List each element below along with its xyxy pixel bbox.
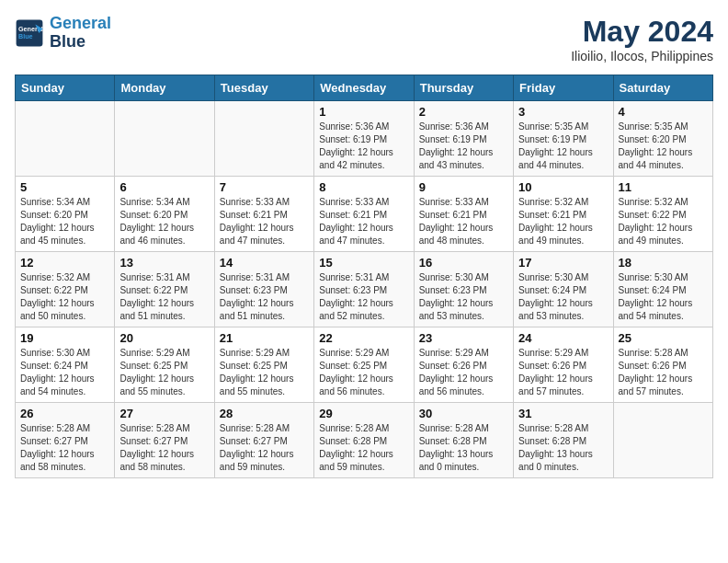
day-info: Sunrise: 5:30 AM Sunset: 6:24 PM Dayligh… bbox=[518, 271, 608, 323]
weekday-header: Monday bbox=[115, 75, 214, 101]
calendar-day-cell bbox=[214, 101, 313, 177]
day-info: Sunrise: 5:35 AM Sunset: 6:20 PM Dayligh… bbox=[619, 121, 708, 172]
day-number: 2 bbox=[419, 105, 508, 119]
calendar-week-row: 19Sunrise: 5:30 AM Sunset: 6:24 PM Dayli… bbox=[16, 327, 713, 403]
weekday-header: Wednesday bbox=[314, 75, 414, 101]
day-info: Sunrise: 5:28 AM Sunset: 6:28 PM Dayligh… bbox=[518, 422, 608, 474]
day-number: 30 bbox=[419, 407, 508, 420]
calendar-day-cell: 15Sunrise: 5:31 AM Sunset: 6:23 PM Dayli… bbox=[314, 252, 414, 327]
day-number: 3 bbox=[518, 105, 608, 119]
calendar-table: SundayMondayTuesdayWednesdayThursdayFrid… bbox=[15, 75, 713, 478]
day-number: 26 bbox=[20, 407, 109, 420]
day-info: Sunrise: 5:31 AM Sunset: 6:22 PM Dayligh… bbox=[119, 271, 209, 323]
day-number: 20 bbox=[119, 331, 209, 345]
day-info: Sunrise: 5:30 AM Sunset: 6:23 PM Dayligh… bbox=[419, 271, 508, 323]
day-info: Sunrise: 5:28 AM Sunset: 6:26 PM Dayligh… bbox=[619, 347, 708, 398]
calendar-day-cell: 19Sunrise: 5:30 AM Sunset: 6:24 PM Dayli… bbox=[16, 327, 115, 403]
day-info: Sunrise: 5:31 AM Sunset: 6:23 PM Dayligh… bbox=[319, 271, 408, 323]
calendar-day-cell: 17Sunrise: 5:30 AM Sunset: 6:24 PM Dayli… bbox=[514, 252, 613, 327]
day-info: Sunrise: 5:35 AM Sunset: 6:19 PM Dayligh… bbox=[518, 121, 608, 172]
day-number: 7 bbox=[220, 180, 309, 194]
day-number: 9 bbox=[419, 180, 508, 194]
calendar-day-cell: 1Sunrise: 5:36 AM Sunset: 6:19 PM Daylig… bbox=[314, 101, 414, 177]
day-info: Sunrise: 5:36 AM Sunset: 6:19 PM Dayligh… bbox=[419, 121, 508, 172]
calendar-body: 1Sunrise: 5:36 AM Sunset: 6:19 PM Daylig… bbox=[16, 101, 713, 478]
calendar-day-cell: 2Sunrise: 5:36 AM Sunset: 6:19 PM Daylig… bbox=[414, 101, 513, 177]
day-info: Sunrise: 5:28 AM Sunset: 6:27 PM Dayligh… bbox=[220, 422, 309, 474]
day-info: Sunrise: 5:29 AM Sunset: 6:26 PM Dayligh… bbox=[419, 347, 508, 398]
weekday-header: Thursday bbox=[414, 75, 513, 101]
calendar-day-cell: 6Sunrise: 5:34 AM Sunset: 6:20 PM Daylig… bbox=[115, 177, 214, 252]
day-info: Sunrise: 5:32 AM Sunset: 6:22 PM Dayligh… bbox=[20, 271, 109, 323]
logo: General Blue GeneralBlue bbox=[15, 15, 111, 52]
calendar-title: May 2024 bbox=[571, 15, 713, 49]
calendar-day-cell: 23Sunrise: 5:29 AM Sunset: 6:26 PM Dayli… bbox=[414, 327, 513, 403]
day-info: Sunrise: 5:30 AM Sunset: 6:24 PM Dayligh… bbox=[20, 347, 109, 398]
day-info: Sunrise: 5:29 AM Sunset: 6:25 PM Dayligh… bbox=[220, 347, 309, 398]
calendar-day-cell: 4Sunrise: 5:35 AM Sunset: 6:20 PM Daylig… bbox=[613, 101, 712, 177]
weekday-header: Tuesday bbox=[214, 75, 313, 101]
day-number: 12 bbox=[20, 256, 109, 270]
day-number: 17 bbox=[518, 256, 608, 270]
page-header: General Blue GeneralBlue May 2024 Ilioil… bbox=[15, 15, 713, 63]
weekday-row: SundayMondayTuesdayWednesdayThursdayFrid… bbox=[16, 75, 713, 101]
logo-text: GeneralBlue bbox=[50, 15, 111, 52]
calendar-day-cell: 25Sunrise: 5:28 AM Sunset: 6:26 PM Dayli… bbox=[613, 327, 712, 403]
day-info: Sunrise: 5:28 AM Sunset: 6:27 PM Dayligh… bbox=[119, 422, 209, 474]
calendar-day-cell: 5Sunrise: 5:34 AM Sunset: 6:20 PM Daylig… bbox=[16, 177, 115, 252]
day-info: Sunrise: 5:34 AM Sunset: 6:20 PM Dayligh… bbox=[119, 196, 209, 247]
weekday-header: Saturday bbox=[613, 75, 712, 101]
day-number: 23 bbox=[419, 331, 508, 345]
calendar-day-cell bbox=[613, 403, 712, 478]
day-info: Sunrise: 5:29 AM Sunset: 6:25 PM Dayligh… bbox=[319, 347, 408, 398]
day-number: 16 bbox=[419, 256, 508, 270]
day-info: Sunrise: 5:28 AM Sunset: 6:28 PM Dayligh… bbox=[419, 422, 508, 474]
logo-icon: General Blue bbox=[15, 18, 44, 48]
day-number: 1 bbox=[319, 105, 408, 119]
day-number: 25 bbox=[619, 331, 708, 345]
day-info: Sunrise: 5:33 AM Sunset: 6:21 PM Dayligh… bbox=[319, 196, 408, 247]
calendar-day-cell: 9Sunrise: 5:33 AM Sunset: 6:21 PM Daylig… bbox=[414, 177, 513, 252]
day-number: 5 bbox=[20, 180, 109, 194]
calendar-day-cell: 31Sunrise: 5:28 AM Sunset: 6:28 PM Dayli… bbox=[514, 403, 613, 478]
day-number: 18 bbox=[619, 256, 708, 270]
title-block: May 2024 Ilioilio, Ilocos, Philippines bbox=[571, 15, 713, 63]
calendar-day-cell: 29Sunrise: 5:28 AM Sunset: 6:28 PM Dayli… bbox=[314, 403, 414, 478]
day-number: 28 bbox=[220, 407, 309, 420]
calendar-day-cell: 8Sunrise: 5:33 AM Sunset: 6:21 PM Daylig… bbox=[314, 177, 414, 252]
calendar-week-row: 5Sunrise: 5:34 AM Sunset: 6:20 PM Daylig… bbox=[16, 177, 713, 252]
day-info: Sunrise: 5:36 AM Sunset: 6:19 PM Dayligh… bbox=[319, 121, 408, 172]
calendar-subtitle: Ilioilio, Ilocos, Philippines bbox=[571, 49, 713, 63]
day-info: Sunrise: 5:32 AM Sunset: 6:21 PM Dayligh… bbox=[518, 196, 608, 247]
day-number: 15 bbox=[319, 256, 408, 270]
day-info: Sunrise: 5:28 AM Sunset: 6:27 PM Dayligh… bbox=[20, 422, 109, 474]
calendar-day-cell bbox=[115, 101, 214, 177]
calendar-day-cell bbox=[16, 101, 115, 177]
day-info: Sunrise: 5:29 AM Sunset: 6:26 PM Dayligh… bbox=[518, 347, 608, 398]
weekday-header: Sunday bbox=[16, 75, 115, 101]
day-number: 21 bbox=[220, 331, 309, 345]
day-info: Sunrise: 5:31 AM Sunset: 6:23 PM Dayligh… bbox=[220, 271, 309, 323]
calendar-day-cell: 26Sunrise: 5:28 AM Sunset: 6:27 PM Dayli… bbox=[16, 403, 115, 478]
day-number: 29 bbox=[319, 407, 408, 420]
calendar-day-cell: 22Sunrise: 5:29 AM Sunset: 6:25 PM Dayli… bbox=[314, 327, 414, 403]
calendar-day-cell: 20Sunrise: 5:29 AM Sunset: 6:25 PM Dayli… bbox=[115, 327, 214, 403]
calendar-header: SundayMondayTuesdayWednesdayThursdayFrid… bbox=[16, 75, 713, 101]
day-number: 19 bbox=[20, 331, 109, 345]
day-number: 22 bbox=[319, 331, 408, 345]
day-number: 14 bbox=[220, 256, 309, 270]
day-info: Sunrise: 5:30 AM Sunset: 6:24 PM Dayligh… bbox=[619, 271, 708, 323]
day-info: Sunrise: 5:32 AM Sunset: 6:22 PM Dayligh… bbox=[619, 196, 708, 247]
day-number: 10 bbox=[518, 180, 608, 194]
day-info: Sunrise: 5:28 AM Sunset: 6:28 PM Dayligh… bbox=[319, 422, 408, 474]
calendar-day-cell: 3Sunrise: 5:35 AM Sunset: 6:19 PM Daylig… bbox=[514, 101, 613, 177]
day-info: Sunrise: 5:33 AM Sunset: 6:21 PM Dayligh… bbox=[220, 196, 309, 247]
day-number: 27 bbox=[119, 407, 209, 420]
day-info: Sunrise: 5:34 AM Sunset: 6:20 PM Dayligh… bbox=[20, 196, 109, 247]
calendar-day-cell: 11Sunrise: 5:32 AM Sunset: 6:22 PM Dayli… bbox=[613, 177, 712, 252]
calendar-day-cell: 14Sunrise: 5:31 AM Sunset: 6:23 PM Dayli… bbox=[214, 252, 313, 327]
day-number: 4 bbox=[619, 105, 708, 119]
calendar-day-cell: 30Sunrise: 5:28 AM Sunset: 6:28 PM Dayli… bbox=[414, 403, 513, 478]
calendar-week-row: 1Sunrise: 5:36 AM Sunset: 6:19 PM Daylig… bbox=[16, 101, 713, 177]
calendar-day-cell: 16Sunrise: 5:30 AM Sunset: 6:23 PM Dayli… bbox=[414, 252, 513, 327]
